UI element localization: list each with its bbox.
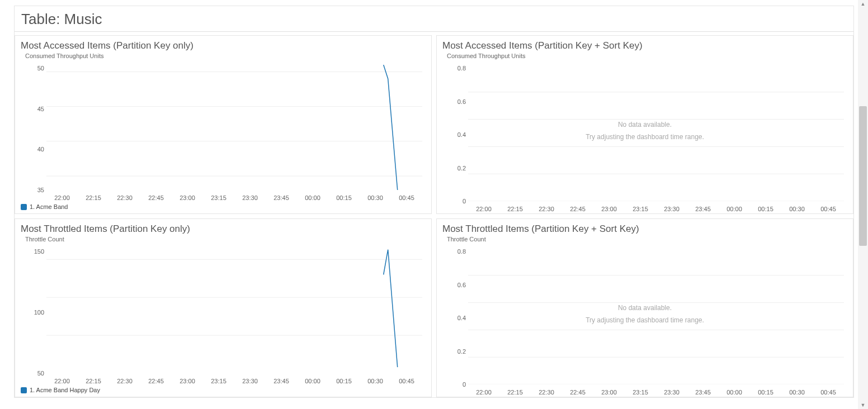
table-section: Table: Music Most Accessed Items (Partit… — [14, 6, 854, 398]
x-tick-label: 23:45 — [687, 389, 719, 396]
y-tick-label: 35 — [37, 187, 44, 193]
x-tick-label: 00:45 — [813, 206, 844, 212]
x-tick-label: 23:45 — [687, 206, 719, 212]
y-tick-label: 0 — [463, 198, 466, 204]
y-tick-label: 40 — [37, 146, 44, 153]
y-axis-title: Throttle Count — [437, 236, 853, 242]
x-tick-label: 22:15 — [78, 194, 109, 201]
chevron-down-icon[interactable]: ▼ — [859, 401, 867, 409]
x-tick-label: 22:45 — [562, 389, 593, 396]
x-tick-label: 00:45 — [391, 194, 422, 201]
x-tick-label: 00:00 — [297, 194, 328, 201]
x-tick-label: 22:00 — [468, 206, 499, 212]
x-tick-label: 23:15 — [203, 194, 234, 201]
section-title: Table: Music — [15, 6, 853, 32]
panel-most-throttled-pk: Most Throttled Items (Partition Key only… — [15, 218, 432, 397]
x-tick-label: 22:30 — [109, 194, 140, 201]
x-tick-label: 23:45 — [266, 194, 297, 201]
panel-title: Most Throttled Items (Partition Key + So… — [437, 219, 853, 236]
x-tick-label: 00:15 — [328, 194, 360, 201]
y-tick-label: 50 — [37, 370, 44, 377]
panel-title: Most Accessed Items (Partition Key only) — [15, 36, 431, 53]
x-tick-label: 00:15 — [750, 206, 781, 212]
x-tick-label: 22:45 — [140, 378, 172, 384]
x-tick-label: 00:15 — [750, 389, 781, 396]
x-tick-label: 00:30 — [781, 206, 813, 212]
x-tick-label: 22:30 — [109, 378, 140, 384]
x-tick-label: 23:15 — [625, 389, 656, 396]
x-tick-label: 22:45 — [140, 194, 172, 201]
x-tick-label: 22:45 — [562, 206, 593, 212]
panel-title: Most Throttled Items (Partition Key only… — [15, 219, 431, 236]
series-line — [384, 65, 398, 190]
y-tick-label: 100 — [34, 309, 44, 316]
y-tick-label: 0.2 — [457, 165, 466, 172]
x-tick-label: 23:15 — [625, 206, 656, 212]
panel-most-throttled-pk-sk: Most Throttled Items (Partition Key + So… — [436, 218, 853, 397]
y-tick-label: 0.6 — [457, 98, 466, 105]
x-tick-label: 23:30 — [656, 389, 687, 396]
x-tick-label: 00:15 — [328, 378, 360, 384]
chart-area[interactable]: 0.80.60.40.2022:0022:1522:3022:4523:0023… — [442, 61, 847, 213]
chart-grid: Most Accessed Items (Partition Key only)… — [15, 35, 853, 397]
legend-swatch-icon — [21, 204, 27, 210]
x-tick-label: 22:00 — [468, 389, 499, 396]
x-tick-label: 00:30 — [360, 378, 391, 384]
legend-swatch-icon — [21, 387, 27, 393]
panel-most-accessed-pk: Most Accessed Items (Partition Key only)… — [15, 35, 432, 214]
x-tick-label: 22:00 — [46, 378, 78, 384]
y-axis-title: Consumed Throughput Units — [15, 53, 431, 59]
scroll-thumb[interactable] — [859, 106, 867, 246]
x-tick-label: 22:30 — [531, 389, 562, 396]
legend-label: 1. Acme Band — [30, 203, 68, 210]
x-tick-label: 22:00 — [46, 194, 78, 201]
legend[interactable]: 1. Acme Band — [15, 202, 431, 213]
y-axis-title: Throttle Count — [15, 236, 431, 242]
panel-title: Most Accessed Items (Partition Key + Sor… — [437, 36, 853, 53]
y-tick-label: 0.2 — [457, 348, 466, 355]
x-tick-label: 23:30 — [656, 206, 687, 212]
no-data-message: No data available.Try adjusting the dash… — [442, 302, 847, 326]
y-axis-title: Consumed Throughput Units — [437, 53, 853, 59]
x-tick-label: 23:00 — [593, 206, 625, 212]
y-tick-label: 0 — [463, 381, 466, 388]
no-data-message: No data available.Try adjusting the dash… — [442, 119, 847, 143]
x-tick-label: 23:30 — [234, 194, 266, 201]
x-tick-label: 00:30 — [781, 389, 813, 396]
legend[interactable]: 1. Acme Band Happy Day — [15, 386, 431, 397]
x-tick-label: 23:30 — [234, 378, 266, 384]
chevron-up-icon[interactable]: ▲ — [859, 0, 867, 8]
chart-area[interactable]: 1501005022:0022:1522:3022:4523:0023:1523… — [21, 245, 426, 386]
series-line — [384, 250, 398, 367]
x-tick-label: 23:00 — [172, 194, 203, 201]
x-tick-label: 23:00 — [593, 389, 625, 396]
x-tick-label: 22:15 — [78, 378, 109, 384]
vertical-scrollbar[interactable]: ▲ ▼ — [858, 0, 868, 409]
x-tick-label: 23:00 — [172, 378, 203, 384]
y-tick-label: 150 — [34, 248, 44, 255]
x-tick-label: 00:45 — [391, 378, 422, 384]
chart-area[interactable]: 0.80.60.40.2022:0022:1522:3022:4523:0023… — [442, 245, 847, 397]
y-tick-label: 45 — [37, 106, 44, 112]
y-tick-label: 0.8 — [457, 65, 466, 72]
x-tick-label: 23:45 — [266, 378, 297, 384]
x-tick-label: 00:45 — [813, 389, 844, 396]
chart-area[interactable]: 5045403522:0022:1522:3022:4523:0023:1523… — [21, 61, 426, 202]
x-tick-label: 00:00 — [719, 206, 750, 212]
x-tick-label: 00:00 — [297, 378, 328, 384]
y-tick-label: 50 — [37, 65, 44, 72]
x-tick-label: 22:30 — [531, 206, 562, 212]
x-tick-label: 00:30 — [360, 194, 391, 201]
y-tick-label: 0.8 — [457, 248, 466, 255]
y-tick-label: 0.6 — [457, 282, 466, 288]
x-tick-label: 22:15 — [499, 389, 531, 396]
x-tick-label: 00:00 — [719, 389, 750, 396]
legend-label: 1. Acme Band Happy Day — [30, 387, 100, 393]
panel-most-accessed-pk-sk: Most Accessed Items (Partition Key + Sor… — [436, 35, 853, 214]
x-tick-label: 22:15 — [499, 206, 531, 212]
x-tick-label: 23:15 — [203, 378, 234, 384]
